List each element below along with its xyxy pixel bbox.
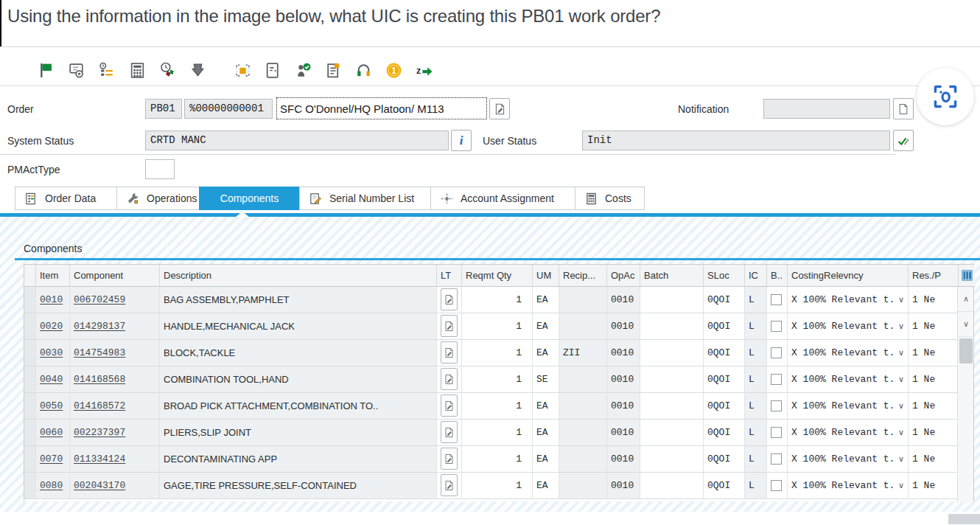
costing-relevancy-select[interactable]: X 100% Relevant t..∨ (788, 420, 909, 446)
services-for-object-icon[interactable] (67, 60, 87, 80)
component-link[interactable]: 014754983 (74, 347, 125, 358)
costing-relevancy-select[interactable]: X 100% Relevant t..∨ (788, 287, 909, 313)
column-header-description[interactable]: Description (160, 265, 437, 287)
column-header-ic[interactable]: IC (745, 265, 767, 287)
costing-relevancy-select[interactable]: X 100% Relevant t..∨ (788, 366, 909, 393)
row-selector[interactable] (24, 366, 36, 393)
tab-account-assignment[interactable]: Account Assignment (430, 187, 575, 210)
row-selector[interactable] (24, 420, 36, 446)
status-info-button[interactable]: i (451, 130, 472, 151)
backflush-checkbox[interactable] (771, 374, 782, 385)
component-link[interactable]: 014298137 (74, 321, 125, 332)
backflush-checkbox[interactable] (771, 294, 782, 305)
column-header-sel[interactable] (24, 265, 36, 287)
backflush-checkbox[interactable] (771, 453, 782, 465)
costing-relevancy-select[interactable]: X 100% Relevant t..∨ (788, 340, 909, 366)
costing-relevancy-select[interactable]: X 100% Relevant t..∨ (788, 313, 909, 340)
scrollbar-thumb[interactable] (959, 338, 973, 364)
long-text-edit-button[interactable] (489, 98, 510, 119)
row-selector[interactable] (24, 446, 36, 473)
column-header-b[interactable]: B.. (767, 265, 788, 287)
edit-document-icon (444, 479, 455, 492)
long-text-button[interactable] (441, 474, 458, 496)
tab-components[interactable]: Components (199, 187, 299, 210)
row-selector[interactable] (24, 340, 36, 366)
backflush-checkbox[interactable] (771, 480, 782, 491)
component-link[interactable]: 014168572 (74, 400, 125, 411)
backflush-checkbox[interactable] (771, 347, 782, 358)
column-header-costing[interactable]: CostingRelevncy (788, 265, 909, 287)
tab-operations[interactable]: Operations (116, 187, 199, 210)
long-text-button[interactable] (441, 394, 458, 417)
item-link[interactable]: 0050 (40, 400, 63, 411)
flag-icon[interactable] (37, 60, 57, 80)
long-text-button[interactable] (441, 368, 458, 390)
item-link[interactable]: 0060 (40, 427, 63, 438)
costing-relevancy-select[interactable]: X 100% Relevant t..∨ (788, 446, 909, 473)
long-text-button[interactable] (441, 341, 458, 364)
column-header-um[interactable]: UM (533, 265, 559, 287)
row-selector[interactable] (24, 287, 36, 313)
column-header-res[interactable]: Res./P (909, 265, 959, 287)
download-arrow-icon[interactable] (188, 60, 208, 80)
create-notification-button[interactable] (893, 98, 914, 119)
table-settings-button[interactable] (959, 265, 975, 287)
item-link[interactable]: 0010 (40, 294, 63, 305)
user-check-icon[interactable] (293, 60, 313, 80)
set-user-status-button[interactable] (893, 130, 914, 151)
components-group-title: Components (21, 243, 85, 254)
item-link[interactable]: 0020 (40, 321, 63, 332)
horizontal-scrollbar-thumb[interactable] (948, 514, 980, 524)
row-selector[interactable] (24, 393, 36, 420)
calculator-icon[interactable] (127, 60, 147, 80)
column-header-opac[interactable]: OpAc (607, 265, 640, 287)
backflush-checkbox[interactable] (771, 427, 782, 438)
column-header-item[interactable]: Item (36, 265, 70, 287)
column-header-qty[interactable]: Reqmt Qty (462, 265, 533, 287)
item-link[interactable]: 0030 (40, 347, 63, 358)
schedule-tags-icon[interactable] (158, 60, 178, 80)
costing-relevancy-select[interactable]: X 100% Relevant t..∨ (788, 393, 909, 420)
column-header-recip[interactable]: Recip... (559, 265, 607, 287)
long-text-button[interactable] (441, 288, 458, 310)
order-description-input[interactable] (276, 97, 487, 119)
svg-text:z: z (416, 65, 421, 75)
document-alert-icon[interactable] (323, 60, 343, 80)
component-link[interactable]: 006702459 (74, 294, 125, 305)
item-link[interactable]: 0080 (40, 480, 63, 491)
exit-door-icon[interactable] (263, 60, 283, 80)
component-link[interactable]: 002043170 (74, 480, 125, 491)
backflush-checkbox[interactable] (771, 400, 782, 411)
column-header-batch[interactable]: Batch (640, 265, 704, 287)
cut-structure-icon[interactable] (233, 60, 253, 80)
row-selector[interactable] (24, 473, 36, 499)
forward-z-icon[interactable]: z (414, 60, 434, 80)
headset-icon[interactable] (354, 60, 374, 80)
scroll-up-button[interactable]: ∧ (958, 287, 974, 312)
cell-ic: L (745, 393, 767, 420)
component-link[interactable]: 011334124 (74, 453, 125, 465)
status-list-icon[interactable] (97, 60, 117, 80)
item-link[interactable]: 0040 (40, 374, 63, 385)
costing-relevancy-select[interactable]: X 100% Relevant t..∨ (788, 473, 909, 499)
tab-order-data[interactable]: Order Data (15, 187, 116, 210)
coin-one-icon[interactable]: 1 (384, 60, 404, 80)
pmacttype-field[interactable] (145, 159, 175, 179)
column-header-lt[interactable]: LT (437, 265, 462, 287)
component-link[interactable]: 014168568 (74, 374, 125, 385)
column-header-sloc[interactable]: SLoc (704, 265, 745, 287)
backflush-checkbox[interactable] (771, 321, 782, 332)
column-header-component[interactable]: Component (70, 265, 160, 287)
item-link[interactable]: 0070 (40, 453, 63, 465)
screen-capture-button[interactable] (917, 68, 974, 125)
vertical-scrollbar[interactable]: ∧ ∨ (957, 287, 973, 502)
long-text-button[interactable] (441, 448, 458, 470)
long-text-button[interactable] (441, 421, 458, 443)
long-text-button[interactable] (441, 315, 458, 337)
scroll-down-button[interactable]: ∨ (958, 312, 974, 337)
tab-serial-number-list[interactable]: Serial Number List (299, 187, 430, 210)
notification-input[interactable] (763, 99, 890, 119)
component-link[interactable]: 002237397 (74, 427, 125, 438)
row-selector[interactable] (24, 313, 36, 340)
tab-costs[interactable]: Costs (575, 187, 645, 210)
